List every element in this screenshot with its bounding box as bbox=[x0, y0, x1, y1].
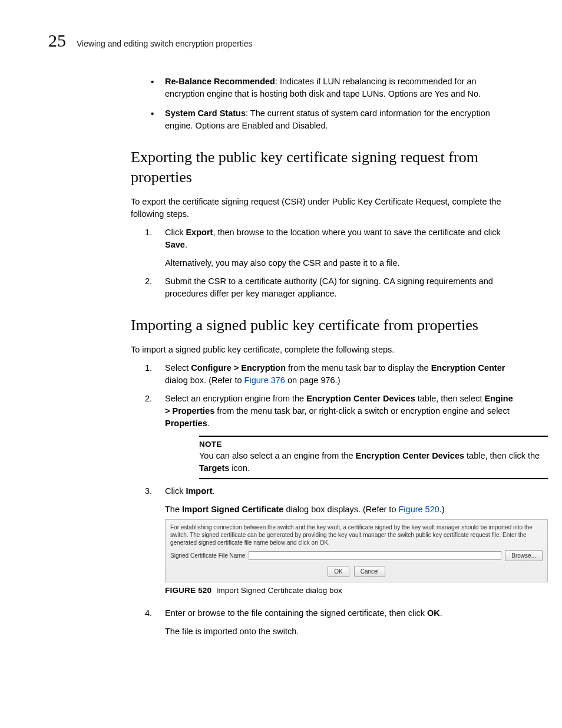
section-heading-import: Importing a signed public key certificat… bbox=[131, 315, 514, 335]
import-signed-certificate-dialog: For establishing connection between the … bbox=[165, 519, 548, 582]
chapter-title: Viewing and editing switch encryption pr… bbox=[77, 39, 253, 48]
section-heading-export: Exporting the public key certificate sig… bbox=[131, 147, 514, 187]
dialog-instructions: For establishing connection between the … bbox=[170, 523, 543, 546]
step-item: Enter or browse to the file containing t… bbox=[131, 607, 514, 638]
step-item: Select an encryption engine from the Enc… bbox=[131, 393, 514, 480]
figure-link[interactable]: Figure 520 bbox=[398, 505, 439, 514]
step-subtext: Alternatively, you may also copy the CSR… bbox=[165, 257, 514, 269]
bullet-term: Re-Balance Recommended bbox=[165, 77, 275, 86]
section-intro: To import a signed public key certificat… bbox=[131, 344, 514, 356]
page-header: 25 Viewing and editing switch encryption… bbox=[48, 32, 514, 50]
dialog-field-row: Signed Certificate File Name Browse... bbox=[170, 550, 543, 561]
note-box: NOTE You can also select a an engine fro… bbox=[199, 436, 548, 480]
bullet-item: Re-Balance Recommended: Indicates if LUN… bbox=[131, 75, 514, 100]
chapter-number: 25 bbox=[48, 32, 66, 50]
figure-link[interactable]: Figure 376 bbox=[244, 375, 285, 385]
figure-caption: FIGURE 520 Import Signed Certificate dia… bbox=[165, 585, 514, 597]
signed-certificate-file-name-input[interactable] bbox=[249, 551, 501, 560]
dialog-button-row: OK Cancel bbox=[170, 566, 543, 577]
content-area: Re-Balance Recommended: Indicates if LUN… bbox=[131, 75, 514, 638]
step-item: Click Export, then browse to the locatio… bbox=[131, 226, 514, 269]
browse-button[interactable]: Browse... bbox=[505, 550, 543, 561]
section-intro: To export the certificate signing reques… bbox=[131, 196, 514, 220]
bullet-item: System Card Status: The current status o… bbox=[131, 107, 514, 132]
step-item: Submit the CSR to a certificate authorit… bbox=[131, 275, 514, 300]
step-subtext: The file is imported onto the switch. bbox=[165, 625, 514, 638]
bullet-term: System Card Status bbox=[165, 108, 246, 118]
ok-button[interactable]: OK bbox=[328, 566, 349, 577]
note-body: You can also select a an engine from the… bbox=[199, 450, 548, 479]
bullet-list: Re-Balance Recommended: Indicates if LUN… bbox=[131, 75, 514, 132]
cancel-button[interactable]: Cancel bbox=[354, 566, 385, 577]
page: 25 Viewing and editing switch encryption… bbox=[0, 0, 562, 679]
note-heading: NOTE bbox=[199, 436, 548, 450]
figure-number: FIGURE 520 bbox=[165, 586, 211, 595]
export-steps: Click Export, then browse to the locatio… bbox=[131, 226, 514, 300]
import-steps: Select Configure > Encryption from the m… bbox=[131, 362, 514, 638]
step-item: Select Configure > Encryption from the m… bbox=[131, 362, 514, 387]
dialog-field-label: Signed Certificate File Name bbox=[170, 552, 245, 561]
step-subtext: The Import Signed Certificate dialog box… bbox=[165, 503, 514, 516]
figure-caption-text: Import Signed Certificate dialog box bbox=[216, 586, 342, 595]
step-item: Click Import. The Import Signed Certific… bbox=[131, 485, 514, 597]
